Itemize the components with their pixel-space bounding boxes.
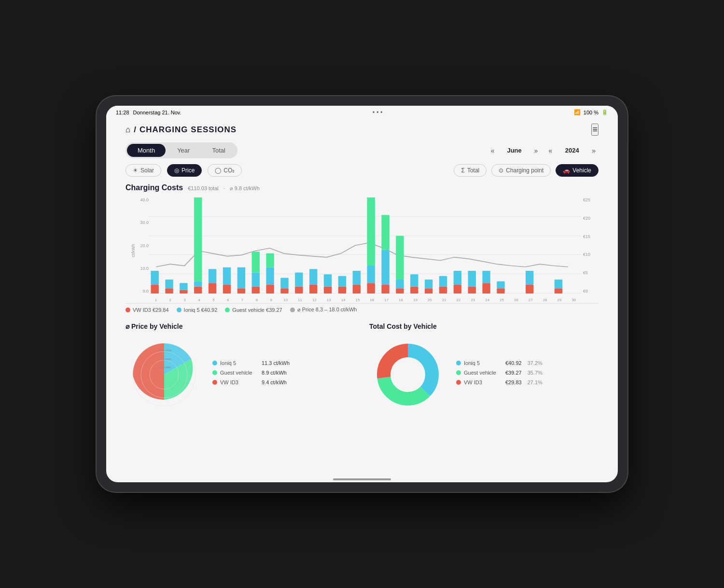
filter-solar[interactable]: ☀ Solar — [125, 164, 161, 177]
svg-rect-47 — [439, 276, 447, 287]
svg-rect-45 — [425, 280, 432, 288]
breadcrumb: ⌂ / CHARGING SESSIONS — [125, 125, 237, 135]
home-bar — [333, 478, 391, 480]
legend-dot-avg — [290, 308, 295, 312]
svg-rect-46 — [439, 287, 447, 294]
prev-year-button[interactable]: « — [545, 146, 555, 155]
svg-rect-9 — [209, 283, 216, 294]
y-axis-right: €25 €20 €15 €10 €5 €0 — [583, 197, 598, 294]
legend-dot-vw-id3 — [125, 308, 130, 312]
price-icon: ◎ — [174, 167, 179, 174]
svg-rect-17 — [252, 252, 260, 272]
svg-rect-32 — [353, 271, 361, 285]
legend-item-vw-price: VW ID3 9.4 ct/kWh — [212, 379, 290, 385]
filter-solar-label: Solar — [140, 167, 154, 174]
content-area: ⌂ / CHARGING SESSIONS ≡ Month Year Total… — [106, 119, 618, 476]
svg-rect-18 — [266, 285, 274, 294]
filter-charging-point-label: Charging point — [506, 167, 543, 174]
svg-rect-52 — [482, 283, 490, 294]
prev-month-button[interactable]: « — [488, 146, 498, 155]
legend-guest: Guest vehicle €39.27 — [225, 307, 282, 313]
price-by-vehicle-title: ⌀ Price by Vehicle — [125, 322, 355, 330]
donut-center — [391, 358, 424, 391]
svg-rect-0 — [151, 285, 158, 294]
filter-total-label: Total — [467, 167, 479, 174]
filter-co2[interactable]: ◯ CO₂ — [208, 164, 242, 177]
filter-vehicle-label: Vehicle — [572, 167, 591, 174]
header: ⌂ / CHARGING SESSIONS ≡ — [125, 124, 599, 136]
sigma-icon: Σ — [461, 167, 464, 174]
filter-price[interactable]: ◎ Price — [167, 164, 202, 177]
filter-co2-label: CO₂ — [223, 167, 235, 174]
svg-rect-25 — [309, 285, 317, 294]
legend-dot-ioniq5-price — [212, 361, 217, 365]
svg-rect-7 — [194, 281, 202, 287]
svg-rect-13 — [237, 288, 245, 294]
svg-rect-35 — [367, 197, 375, 266]
svg-rect-29 — [338, 287, 346, 294]
chart-title: Charging Costs — [125, 183, 183, 192]
next-year-button[interactable]: » — [589, 146, 599, 155]
svg-rect-36 — [381, 285, 389, 294]
filter-right: Σ Total ⊙ Charging point 🚗 Vehicle — [454, 164, 599, 177]
total-cost-title: Total Cost by Vehicle — [369, 322, 599, 330]
current-month: June — [502, 147, 527, 154]
svg-rect-56 — [526, 285, 533, 294]
filter-price-label: Price — [181, 167, 195, 174]
menu-button[interactable]: ≡ — [591, 124, 599, 136]
tab-month[interactable]: Month — [127, 144, 166, 157]
svg-rect-58 — [555, 288, 562, 294]
charging-costs-section: Charging Costs €110.03 total · ⌀ 9.8 ct/… — [125, 183, 599, 313]
svg-rect-23 — [295, 287, 303, 294]
total-cost-chart: Ioniq 5 €40.92 37.2% Guest vehicle €39.2… — [369, 336, 599, 413]
bottom-charts: ⌀ Price by Vehicle — [125, 322, 599, 413]
page-title: CHARGING SESSIONS — [139, 125, 237, 135]
legend-total-vw: VW ID3 €29.83 27.1% — [456, 379, 543, 385]
svg-rect-53 — [482, 271, 490, 283]
svg-rect-38 — [381, 215, 389, 250]
svg-rect-15 — [252, 287, 260, 294]
home-icon: ⌂ — [125, 125, 131, 135]
tab-year[interactable]: Year — [167, 144, 200, 157]
svg-rect-37 — [381, 250, 389, 285]
next-month-button[interactable]: » — [531, 146, 541, 155]
filter-vehicle[interactable]: 🚗 Vehicle — [556, 164, 599, 177]
svg-rect-8 — [194, 197, 202, 281]
filter-total[interactable]: Σ Total — [454, 164, 487, 177]
status-time: 11:28 — [116, 110, 129, 115]
svg-rect-49 — [454, 271, 461, 285]
svg-rect-33 — [367, 283, 375, 294]
breadcrumb-separator: / — [134, 125, 137, 135]
legend-item-guest-price: Guest vehicle 8.9 ct/kWh — [212, 370, 290, 376]
chart-legend: VW ID3 €29.84 Ioniq 5 €40.92 Guest vehic… — [125, 307, 599, 313]
avg-price-line — [156, 243, 568, 267]
solar-icon: ☀ — [133, 167, 138, 174]
svg-rect-43 — [410, 274, 418, 286]
svg-rect-2 — [165, 288, 173, 294]
battery-level: 100 % — [584, 110, 599, 115]
svg-rect-28 — [324, 274, 332, 286]
svg-rect-5 — [180, 283, 187, 290]
svg-rect-19 — [266, 267, 274, 285]
tab-total[interactable]: Total — [201, 144, 236, 157]
svg-rect-26 — [309, 269, 317, 285]
donut-chart-svg — [369, 336, 446, 413]
polar-chart-svg: 15.0 ct/kWh 12.0 ct/kWh 5.5 ct/kWh — [125, 336, 203, 413]
vehicle-icon: 🚗 — [563, 167, 570, 174]
legend-dot-guest-price — [212, 370, 217, 375]
svg-rect-50 — [468, 287, 476, 294]
chart-container: ct/kWh 40.0 30.0 20.0 10.0 — [125, 197, 599, 304]
svg-rect-4 — [180, 290, 187, 294]
filter-charging-point[interactable]: ⊙ Charging point — [491, 164, 551, 177]
svg-rect-14 — [237, 267, 245, 288]
legend-item-ioniq5: Ioniq 5 11.3 ct/kWh — [212, 360, 290, 366]
svg-rect-11 — [223, 285, 231, 294]
svg-rect-22 — [280, 278, 288, 288]
chart-avg: ⌀ 9.8 ct/kWh — [230, 185, 260, 192]
nav-controls: « June » « 2024 » — [488, 146, 599, 155]
wifi-icon: 📶 — [574, 109, 581, 115]
tablet-screen: 11:28 Donnerstag 21. Nov. • • • 📶 100 % … — [106, 106, 618, 482]
svg-rect-39 — [396, 288, 404, 294]
svg-text:12.0 ct/kWh: 12.0 ct/kWh — [159, 358, 172, 361]
svg-rect-55 — [497, 281, 504, 288]
